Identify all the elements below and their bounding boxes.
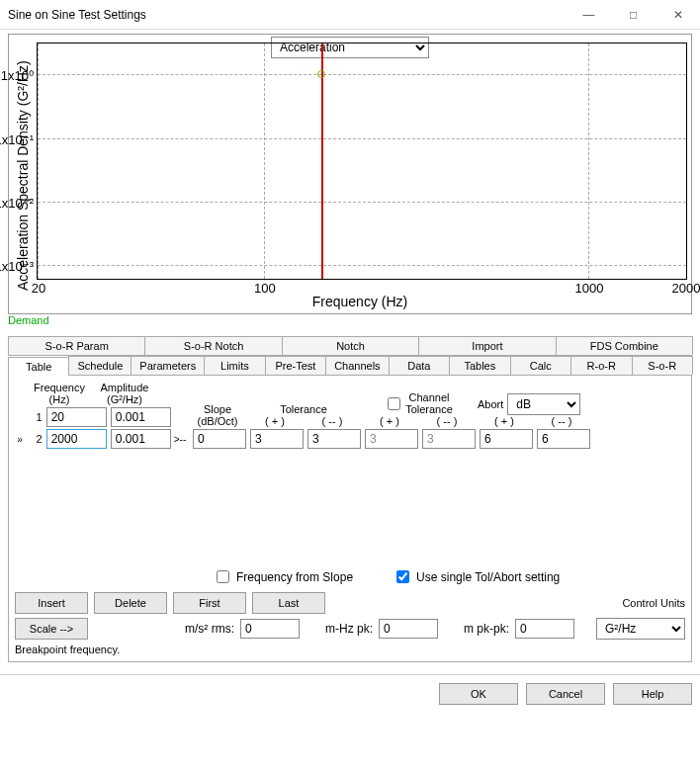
close-button[interactable]: ✕	[656, 0, 700, 30]
tab-parameters[interactable]: Parameters	[131, 356, 205, 375]
tab-sor-notch[interactable]: S-o-R Notch	[144, 336, 282, 355]
col-slope: Slope(dB/Oct)	[191, 403, 244, 427]
tab-ror[interactable]: R-o-R	[570, 356, 632, 375]
minimize-button[interactable]: —	[567, 0, 611, 30]
tab-limits[interactable]: Limits	[204, 356, 265, 375]
table-row: 1	[15, 407, 171, 427]
col-tol-minus: ( -- )	[306, 415, 359, 427]
ok-button[interactable]: OK	[439, 683, 518, 705]
col-frequency: Frequency(Hz)	[29, 382, 90, 405]
x-tick: 1000	[574, 281, 603, 296]
col-chan-tolerance: ChannelTolerance	[405, 391, 453, 415]
row-number: 1	[29, 411, 43, 423]
freq-from-slope-check[interactable]: Frequency from Slope	[213, 567, 353, 586]
scale-button[interactable]: Scale -->	[15, 618, 88, 640]
single-tol-label: Use single Tol/Abort setting	[416, 570, 560, 584]
x-axis-label: Frequency (Hz)	[33, 294, 687, 309]
cancel-button[interactable]: Cancel	[526, 683, 605, 705]
rms-label-1: m/s² rms:	[185, 622, 234, 636]
y-tick: 1x10⁻²	[0, 195, 34, 210]
rms-label-2: m-Hz pk:	[325, 622, 373, 636]
tol-plus-input[interactable]	[250, 429, 304, 449]
col-abort: Abort	[478, 398, 503, 410]
control-units-label: Control Units	[622, 597, 685, 609]
insert-button[interactable]: Insert	[15, 592, 88, 614]
chart-plot[interactable]: 1x10⁻³ 1x10⁻² 1x10⁻¹ 1x10⁰ 20 100 1000 2…	[37, 43, 687, 280]
sub-tab-bar: Table Schedule Parameters Limits Pre-Tes…	[8, 356, 692, 376]
demand-label: Demand	[8, 314, 692, 326]
last-button[interactable]: Last	[252, 592, 325, 614]
window-title: Sine on Sine Test Settings	[8, 8, 567, 22]
col-ab-plus: ( + )	[478, 415, 531, 427]
abort-plus-input[interactable]	[480, 429, 533, 449]
col-ab-minus: ( -- )	[535, 415, 588, 427]
col-tolerance: Tolerance	[248, 403, 359, 415]
table-panel: Frequency(Hz) Amplitude(G²/Hz) 1 » 2	[8, 376, 692, 662]
single-tol-check[interactable]: Use single Tol/Abort setting	[393, 567, 560, 586]
tab-calc[interactable]: Calc	[510, 356, 571, 375]
ct-plus-input	[365, 429, 418, 449]
x-tick: 20	[32, 281, 45, 296]
help-button[interactable]: Help	[613, 683, 692, 705]
freq-input[interactable]	[46, 407, 107, 427]
control-units-select[interactable]: G²/Hz	[596, 618, 685, 640]
freq-input[interactable]	[46, 429, 107, 449]
tab-tables[interactable]: Tables	[449, 356, 510, 375]
delete-button[interactable]: Delete	[94, 592, 167, 614]
table-row: » 2	[15, 429, 171, 449]
first-button[interactable]: First	[173, 592, 246, 614]
col-amplitude: Amplitude(G²/Hz)	[94, 382, 155, 405]
tab-sor-param[interactable]: S-o-R Param	[8, 336, 145, 355]
ct-minus-input	[422, 429, 476, 449]
row-indicator: »	[15, 434, 25, 445]
maximize-button[interactable]: □	[611, 0, 656, 30]
chart-data-marker	[317, 70, 325, 78]
x-tick: 2000	[672, 281, 700, 296]
amp-input[interactable]	[111, 429, 171, 449]
slope-input[interactable]	[193, 429, 246, 449]
freq-from-slope-label: Frequency from Slope	[236, 570, 353, 584]
tab-fds-combine[interactable]: FDS Combine	[556, 336, 693, 355]
freq-from-slope-checkbox[interactable]	[217, 570, 229, 583]
tab-sor[interactable]: S-o-R	[632, 356, 693, 375]
tab-import[interactable]: Import	[418, 336, 556, 355]
y-tick: 1x10⁻³	[0, 259, 34, 274]
col-tol-plus: ( + )	[248, 415, 302, 427]
rms-value-2[interactable]	[379, 619, 438, 639]
x-tick: 100	[254, 281, 276, 296]
row-number: 2	[29, 433, 43, 445]
tab-schedule[interactable]: Schedule	[68, 356, 131, 375]
slope-arrow: >--	[171, 434, 189, 445]
abort-unit-select[interactable]: dB	[507, 393, 580, 415]
amp-input[interactable]	[111, 407, 171, 427]
tab-channels[interactable]: Channels	[325, 356, 389, 375]
channel-tolerance-checkbox[interactable]	[388, 397, 400, 410]
top-tab-bar: S-o-R Param S-o-R Notch Notch Import FDS…	[8, 336, 692, 356]
status-text: Breakpoint frequency.	[15, 644, 685, 655]
col-ct-plus: ( + )	[363, 415, 416, 427]
single-tol-checkbox[interactable]	[396, 570, 409, 583]
tab-data[interactable]: Data	[389, 356, 450, 375]
y-tick: 1x10⁻¹	[0, 131, 34, 146]
chart-series-line	[321, 43, 323, 279]
y-tick: 1x10⁰	[1, 68, 34, 83]
tab-table[interactable]: Table	[8, 357, 69, 376]
tab-notch[interactable]: Notch	[282, 336, 419, 355]
abort-minus-input[interactable]	[537, 429, 590, 449]
rms-value-1[interactable]	[240, 619, 300, 639]
rms-value-3[interactable]	[515, 619, 574, 639]
tol-minus-input[interactable]	[307, 429, 361, 449]
tab-pretest[interactable]: Pre-Test	[265, 356, 326, 375]
rms-label-3: m pk-pk:	[464, 622, 509, 636]
chart-panel: Acceleration Acceleration Spectral Densi…	[8, 34, 692, 314]
col-ct-minus: ( -- )	[420, 415, 474, 427]
